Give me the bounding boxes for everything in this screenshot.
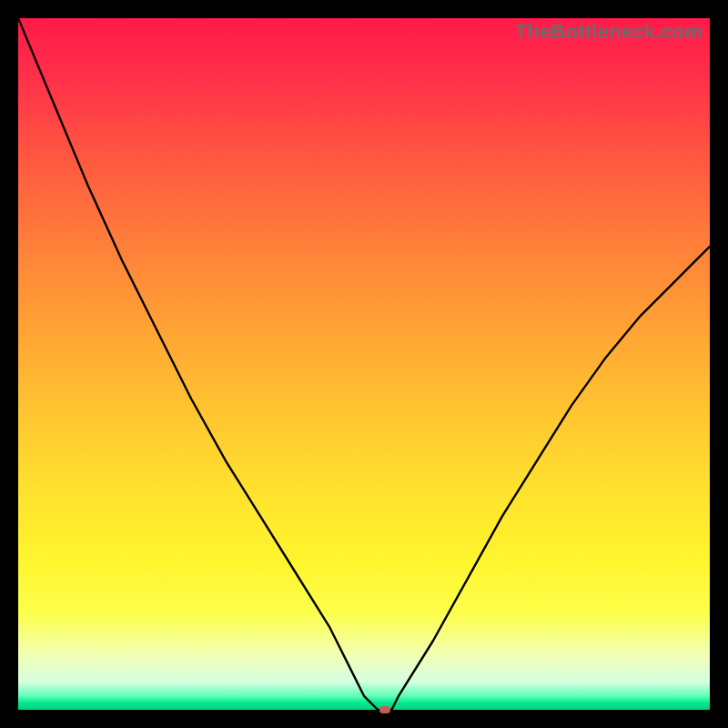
bottleneck-curve: [18, 18, 710, 710]
chart-container: TheBottleneck.com: [0, 0, 728, 728]
minimum-marker: [379, 706, 390, 713]
plot-area: TheBottleneck.com: [18, 18, 710, 710]
curve-path: [18, 18, 710, 710]
